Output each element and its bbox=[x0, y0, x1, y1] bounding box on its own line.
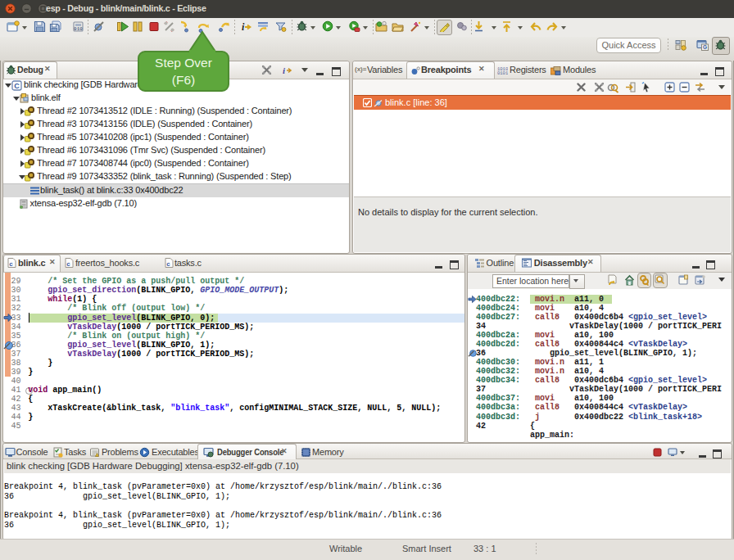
svg-text:010: 010 bbox=[74, 26, 83, 32]
svg-text:C: C bbox=[14, 82, 20, 90]
svg-text:0101: 0101 bbox=[497, 70, 508, 75]
svg-text:G: G bbox=[703, 44, 707, 50]
svg-text:i: i bbox=[283, 65, 286, 75]
svg-text:i: i bbox=[242, 21, 245, 33]
